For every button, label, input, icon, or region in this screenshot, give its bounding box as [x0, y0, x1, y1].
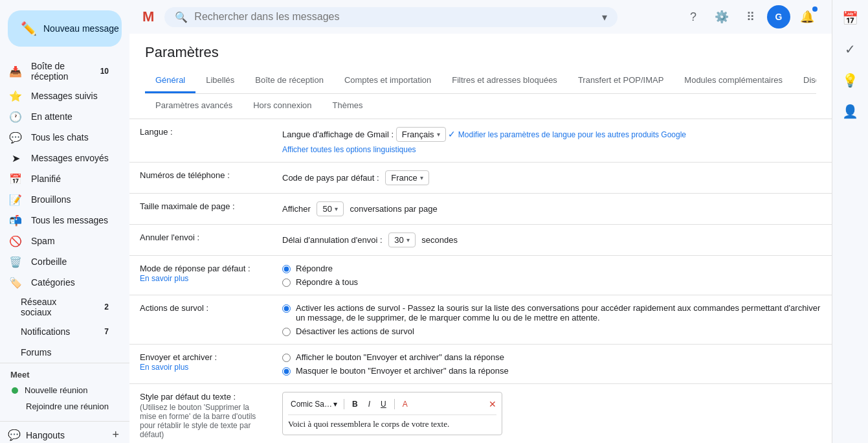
tab-discussions[interactable]: Discussions et visioconférences — [793, 69, 816, 93]
hangouts-add-button[interactable]: + — [109, 428, 122, 442]
sidebar-item-categories[interactable]: 🏷️ Catégories — [0, 272, 119, 293]
sub-tabs-bar: Paramètres avancés Hors connexion Thèmes — [145, 93, 816, 119]
sidebar-item-messages-envoyes[interactable]: ➤ Messages envoyés — [0, 148, 119, 168]
sidebar-item-planifie[interactable]: 📅 Planifié — [0, 168, 119, 189]
notification-button[interactable]: 🔔 — [796, 5, 819, 28]
text-color-button[interactable]: A — [399, 398, 412, 411]
sidebar-badge-notifications: 7 — [96, 327, 109, 336]
row-mode-reponse: Mode de réponse par défaut : En savoir p… — [129, 256, 832, 295]
contacts-icon[interactable]: 👤 — [838, 98, 863, 124]
sidebar-item-label: Brouillons — [31, 194, 109, 205]
radio-repondre-tous[interactable]: Répondre à tous — [282, 277, 821, 287]
sidebar-item-label: Boîte de réception — [31, 61, 87, 82]
value-actions-survol: Activer les actions de survol - Passez l… — [272, 295, 832, 345]
sidebar-item-reseaux-sociaux[interactable]: Réseaux sociaux 2 — [0, 293, 119, 321]
sidebar-item-tous-chats[interactable]: 💬 Tous les chats — [0, 127, 119, 148]
font-select[interactable]: Comic Sa… ▾ — [288, 398, 340, 410]
tab-parametres-avances[interactable]: Paramètres avancés — [145, 94, 243, 119]
sidebar-item-brouillons[interactable]: 📝 Brouillons — [0, 189, 119, 210]
radio-repondre-input[interactable] — [282, 265, 291, 273]
keep-icon[interactable]: 💡 — [838, 67, 863, 93]
font-dropdown-arrow: ▾ — [333, 400, 337, 409]
radio-afficher-bouton[interactable]: Afficher le bouton "Envoyer et archiver"… — [282, 352, 821, 362]
sidebar-item-en-attente[interactable]: 🕐 En attente — [0, 106, 119, 127]
actions-survol-radio-group: Activer les actions de survol - Passez l… — [282, 303, 821, 336]
row-actions-survol: Actions de survol : Activer les actions … — [129, 295, 832, 345]
trash-icon: 🗑️ — [9, 256, 22, 268]
hangouts-title: Hangouts — [26, 430, 109, 440]
tab-boite-reception[interactable]: Boîte de réception — [245, 69, 334, 93]
radio-masquer-bouton[interactable]: Masquer le bouton "Envoyer et archiver" … — [282, 366, 821, 376]
compose-button[interactable]: ✏️ Nouveau message — [8, 10, 122, 47]
langue-link[interactable]: Modifier les paramètres de langue pour l… — [458, 130, 686, 139]
format-bold-button[interactable]: B — [348, 398, 362, 411]
radio-repondre-tous-input[interactable] — [282, 278, 291, 287]
sidebar-item-messages-suivis[interactable]: ⭐ Messages suivis — [0, 85, 119, 106]
tab-themes[interactable]: Thèmes — [322, 94, 373, 119]
tab-general[interactable]: Général — [145, 69, 195, 93]
compose-icon: ✏️ — [21, 21, 37, 36]
search-input[interactable] — [194, 11, 595, 23]
sidebar-item-spam[interactable]: 🚫 Spam — [0, 231, 119, 251]
format-italic-button[interactable]: I — [364, 398, 374, 411]
sidebar-item-corbeille[interactable]: 🗑️ Corbeille — [0, 251, 119, 272]
radio-desactiver-survol-input[interactable] — [282, 328, 291, 336]
star-icon: ⭐ — [9, 90, 22, 102]
sidebar-item-label: Tous les messages — [31, 215, 109, 225]
annuler-prefix: Délai d'annulation d'envoi : — [282, 235, 383, 245]
tab-transfert[interactable]: Transfert et POP/IMAP — [568, 69, 674, 93]
gmail-logo-icon: M — [142, 8, 154, 25]
taille-dropdown[interactable]: 50 ▾ — [317, 201, 343, 216]
radio-desactiver-survol[interactable]: Désactiver les actions de survol — [282, 326, 821, 336]
format-underline-button[interactable]: U — [377, 398, 390, 411]
calendar-icon[interactable]: 📅 — [838, 5, 863, 31]
row-langue: Langue : Langue d'affichage de Gmail : F… — [129, 119, 832, 163]
sidebar-item-label: En attente — [31, 111, 109, 122]
tab-modules[interactable]: Modules complémentaires — [674, 69, 793, 93]
profile-button[interactable]: G — [767, 5, 790, 28]
tasks-icon[interactable]: ✓ — [838, 36, 863, 62]
radio-repondre[interactable]: Répondre — [282, 264, 821, 273]
chat-icon: 💬 — [9, 131, 22, 144]
langue-dropdown[interactable]: Français ▾ — [396, 127, 446, 142]
tab-hors-connexion[interactable]: Hors connexion — [243, 94, 322, 119]
sidebar-item-notifications[interactable]: Notifications 7 — [0, 321, 119, 342]
annuler-dropdown[interactable]: 30 ▾ — [388, 233, 415, 247]
style-texte-sublabel: (Utilisez le bouton 'Supprimer la mise e… — [140, 403, 262, 439]
tab-libelles[interactable]: Libellés — [195, 69, 245, 93]
search-filter-icon[interactable]: ▾ — [602, 11, 607, 23]
langue-link2[interactable]: Afficher toutes les options linguistique… — [282, 145, 416, 154]
right-panel: 📅 ✓ 💡 👤 — [832, 0, 868, 443]
envoyer-archiver-link[interactable]: En savoir plus — [140, 363, 188, 372]
sidebar-item-tous-messages[interactable]: 📬 Tous les messages — [0, 210, 119, 231]
meet-item-rejoindre-reunion[interactable]: Rejoindre une réunion — [0, 398, 129, 415]
sidebar: ✏️ Nouveau message 📥 Boîte de réception … — [0, 0, 129, 443]
mode-reponse-link[interactable]: En savoir plus — [140, 274, 188, 283]
tabs-bar: Général Libellés Boîte de réception Comp… — [145, 69, 816, 93]
dropdown-arrow-icon: ▾ — [406, 236, 410, 244]
font-name: Comic Sa… — [291, 400, 332, 409]
taille-prefix: Afficher — [282, 204, 311, 214]
sidebar-item-forums[interactable]: Forums — [0, 342, 119, 363]
remove-formatting-button[interactable]: ✕ — [489, 399, 496, 409]
schedule-icon: 📅 — [9, 173, 22, 185]
label-envoyer-archiver: Envoyer et archiver : En savoir plus — [129, 345, 272, 384]
sidebar-item-boite-reception[interactable]: 📥 Boîte de réception 10 — [0, 57, 119, 85]
meet-header: Meet — [0, 367, 129, 382]
sidebar-item-label: Messages envoyés — [31, 153, 109, 163]
radio-activer-survol[interactable]: Activer les actions de survol - Passez l… — [282, 303, 821, 323]
radio-masquer-bouton-input[interactable] — [282, 367, 291, 376]
settings-button[interactable]: ⚙️ — [710, 5, 733, 28]
tab-filtres[interactable]: Filtres et adresses bloquées — [441, 69, 568, 93]
apps-button[interactable]: ⠿ — [739, 5, 762, 28]
label-annuler: Annuler l'envoi : — [129, 225, 272, 256]
radio-afficher-bouton-input[interactable] — [282, 354, 291, 362]
radio-activer-survol-input[interactable] — [282, 304, 291, 313]
help-button[interactable]: ? — [682, 5, 705, 28]
telephone-dropdown[interactable]: France ▾ — [385, 170, 428, 185]
tab-comptes[interactable]: Comptes et importation — [334, 69, 441, 93]
meet-item-nouvelle-reunion[interactable]: Nouvelle réunion — [0, 382, 129, 398]
annuler-suffix: secondes — [421, 235, 458, 245]
langue-prefix: Langue d'affichage de Gmail : — [282, 130, 394, 139]
send-icon: ➤ — [9, 152, 22, 165]
